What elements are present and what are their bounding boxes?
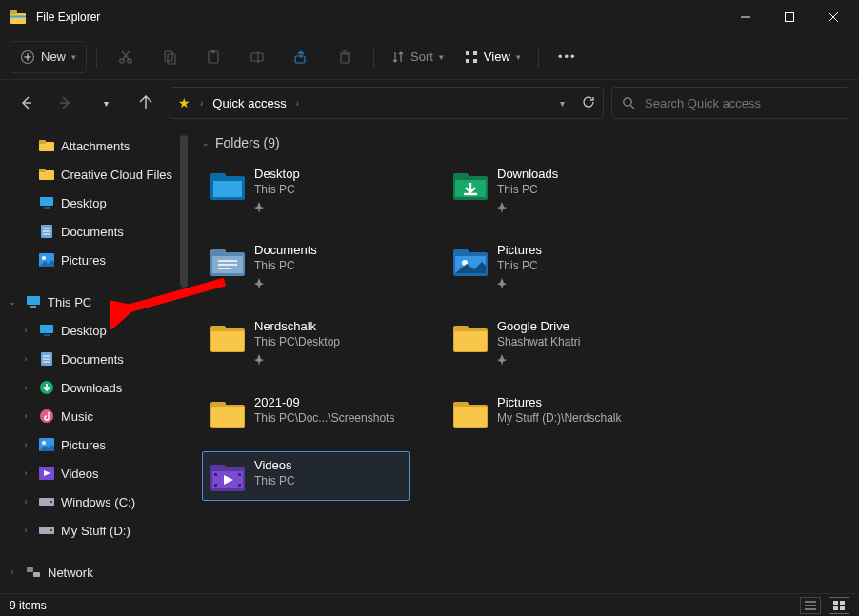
svg-rect-4 <box>786 13 794 22</box>
search-box[interactable] <box>611 87 849 119</box>
svg-rect-98 <box>238 484 241 487</box>
sidebar-item-this-pc[interactable]: ⌄ This PC <box>0 288 190 316</box>
sidebar-item[interactable]: ›Desktop <box>0 316 190 345</box>
search-input[interactable] <box>645 96 839 110</box>
pictures-big-icon <box>453 245 488 279</box>
documents-blue-icon <box>38 350 55 368</box>
sidebar-scrollbar[interactable] <box>176 126 190 593</box>
documents-big-icon <box>210 245 245 279</box>
folder-tile[interactable]: Documents This PC <box>202 236 410 299</box>
folder-tile[interactable]: Google Drive Shashwat Khatri <box>445 312 652 375</box>
sidebar-label: My Stuff (D:) <box>61 524 130 538</box>
sidebar-item[interactable]: Documents <box>0 217 190 246</box>
folder-meta: Nerdschalk This PC\Desktop <box>254 319 340 368</box>
forward-button[interactable] <box>50 87 82 119</box>
section-title: Folders (9) <box>215 135 280 150</box>
svg-rect-104 <box>833 606 838 610</box>
sidebar-item[interactable]: Attachments <box>0 131 190 160</box>
titlebar: File Explorer <box>0 0 859 34</box>
cut-button[interactable] <box>107 41 145 73</box>
folder-tile[interactable]: Videos This PC <box>202 451 410 501</box>
svg-rect-44 <box>27 296 40 305</box>
pin-icon <box>497 354 580 368</box>
pin-icon <box>254 278 317 292</box>
section-header[interactable]: ⌄ Folders (9) <box>202 135 848 150</box>
sidebar-item[interactable]: ›Downloads <box>0 373 190 402</box>
videos-purple-icon <box>38 465 55 482</box>
folder-meta: Pictures This PC <box>497 243 542 292</box>
sidebar-label: Windows (C:) <box>61 495 135 509</box>
folder-big-icon <box>210 397 245 431</box>
sidebar-item-network[interactable]: › Network <box>0 558 190 586</box>
address-bar: ▾ ★ › Quick access › ▾ <box>0 80 859 126</box>
sidebar-item[interactable]: ›My Stuff (D:) <box>0 516 190 545</box>
minimize-button[interactable] <box>724 2 768 32</box>
svg-rect-21 <box>341 54 349 63</box>
svg-rect-85 <box>454 331 487 351</box>
svg-rect-88 <box>211 407 244 427</box>
svg-rect-67 <box>453 173 469 181</box>
share-button[interactable] <box>282 41 320 73</box>
folder-tile[interactable]: Downloads This PC <box>445 160 652 223</box>
delete-button[interactable] <box>326 41 364 73</box>
folder-grid: Desktop This PC Downloads This PC Docume… <box>202 160 678 501</box>
sidebar-item[interactable]: ›Videos <box>0 459 190 487</box>
sidebar-label: Videos <box>61 467 99 481</box>
chevron-right-icon: › <box>19 411 32 421</box>
drive-icon <box>38 522 55 539</box>
folder-tile[interactable]: Nerdschalk This PC\Desktop <box>202 312 410 375</box>
sidebar-label: Downloads <box>61 381 122 395</box>
svg-rect-103 <box>840 601 845 605</box>
sidebar-item[interactable]: ›Music <box>0 402 190 430</box>
folder-location: This PC <box>254 259 317 272</box>
folder-tile[interactable]: Desktop This PC <box>202 160 410 223</box>
up-button[interactable] <box>130 87 162 119</box>
recent-button[interactable]: ▾ <box>90 87 122 119</box>
sidebar-item[interactable]: ›Windows (C:) <box>0 487 190 516</box>
sidebar-item[interactable]: ›Documents <box>0 345 190 373</box>
breadcrumb-dropdown[interactable]: ▾ <box>560 98 565 109</box>
breadcrumb[interactable]: ★ › Quick access › ▾ <box>170 87 604 119</box>
svg-rect-77 <box>453 249 469 257</box>
sidebar-item[interactable]: Desktop <box>0 189 190 217</box>
rename-button[interactable] <box>238 41 276 73</box>
paste-icon <box>206 50 221 65</box>
sidebar-label: Network <box>48 566 93 580</box>
sidebar: AttachmentsCreative Cloud FilesDesktopDo… <box>0 126 190 593</box>
folder-tile[interactable]: Pictures My Stuff (D:)\Nerdschalk <box>445 388 652 438</box>
close-button[interactable] <box>811 2 855 32</box>
sidebar-item[interactable]: Creative Cloud Files <box>0 160 190 189</box>
new-button[interactable]: New ▾ <box>10 41 87 73</box>
folder-big-icon <box>453 321 488 355</box>
svg-rect-64 <box>210 173 226 181</box>
monitor-icon <box>25 293 42 310</box>
main: AttachmentsCreative Cloud FilesDesktopDo… <box>0 126 859 593</box>
paste-button[interactable] <box>194 41 232 73</box>
desktop-blue-icon <box>38 322 55 339</box>
list-icon <box>804 600 817 611</box>
pin-icon <box>254 354 340 368</box>
details-view-button[interactable] <box>800 597 821 614</box>
star-icon: ★ <box>178 95 190 110</box>
copy-button[interactable] <box>150 41 189 73</box>
folder-tile[interactable]: Pictures This PC <box>445 236 652 299</box>
documents-blue-icon <box>38 223 55 240</box>
folder-meta: Google Drive Shashwat Khatri <box>497 319 580 368</box>
svg-rect-91 <box>454 407 487 427</box>
sidebar-item[interactable]: Pictures <box>0 246 190 274</box>
refresh-button[interactable] <box>582 95 595 111</box>
sort-button[interactable]: Sort ▾ <box>384 41 451 73</box>
folder-tile[interactable]: 2021-09 This PC\Doc...\Screenshots <box>202 388 410 438</box>
more-button[interactable]: ••• <box>549 41 587 73</box>
svg-rect-15 <box>168 54 175 64</box>
svg-line-31 <box>631 106 635 109</box>
view-button[interactable]: View ▾ <box>457 41 529 73</box>
back-button[interactable] <box>10 87 42 119</box>
thumbnails-view-button[interactable] <box>829 597 849 614</box>
svg-point-58 <box>50 501 52 503</box>
sidebar-item[interactable]: ›Pictures <box>0 430 190 459</box>
chevron-down-icon: ⌄ <box>6 297 19 307</box>
trash-icon <box>337 50 352 65</box>
maximize-button[interactable] <box>768 2 811 32</box>
breadcrumb-item[interactable]: Quick access <box>212 96 286 110</box>
